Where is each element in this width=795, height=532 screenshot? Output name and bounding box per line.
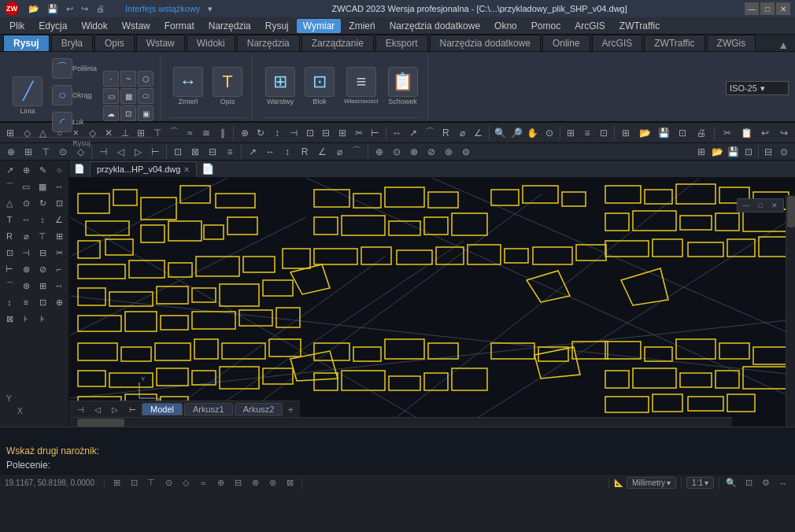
tb-dimaligned[interactable]: ↗ — [406, 125, 421, 141]
tb2-a6[interactable]: ⌀ — [331, 144, 347, 160]
tb-right-2[interactable]: 📂 — [637, 125, 653, 141]
menu-plik[interactable]: Plik — [3, 19, 31, 33]
tb2-a3[interactable]: ↕ — [279, 144, 295, 160]
menu-zmien[interactable]: Zmień — [342, 19, 381, 33]
tab-arcgis-r[interactable]: ArcGIS — [592, 35, 643, 51]
tab-zarzadzanie[interactable]: Zarządzanie — [301, 35, 374, 51]
tb2-osnap[interactable]: ◇ — [72, 144, 88, 160]
status-snap-icon[interactable]: ⊡ — [127, 476, 141, 490]
tb-pan[interactable]: ✋ — [526, 125, 541, 141]
ellipse-icon[interactable]: ⬭ — [138, 88, 153, 104]
tab-zwgis[interactable]: ZWGis — [707, 35, 756, 51]
tb-mirror[interactable]: ⊣ — [286, 125, 301, 141]
point-icon[interactable]: · — [103, 71, 119, 87]
tool-schowek[interactable]: 📋 Schowek — [385, 65, 421, 108]
region-icon[interactable]: ⊡ — [120, 105, 136, 121]
quick-access-redo[interactable]: ↪ — [80, 4, 90, 14]
tb-right-1[interactable]: ⊞ — [618, 125, 634, 141]
tb-snap-node[interactable]: × — [68, 125, 83, 141]
hatch-icon[interactable]: ▦ — [120, 88, 136, 104]
tool-wlasciwosci[interactable]: ≡ Właściwości — [341, 65, 382, 107]
status-expand-icon[interactable]: ↔ — [776, 476, 790, 490]
tb-snap-int[interactable]: ✕ — [101, 125, 116, 141]
tab-narzedzia-dod[interactable]: Narzędzia dodatkowe — [430, 35, 541, 51]
tool-extend2[interactable]: ⊢ — [2, 261, 17, 277]
tb-snap-perp[interactable]: ⊤ — [150, 125, 165, 141]
menu-edycja[interactable]: Edycja — [32, 19, 73, 33]
tb-dimrad[interactable]: R — [438, 125, 453, 141]
tool-prop2[interactable]: ≡ — [18, 294, 34, 310]
tb2-snap[interactable]: ⊕ — [3, 144, 19, 160]
tool-trim2[interactable]: ✂ — [51, 245, 67, 260]
status-lw-icon[interactable]: ⊟ — [231, 476, 245, 490]
tab-opis[interactable]: Opis — [94, 35, 135, 51]
tb-snap-ext[interactable]: ⊥ — [117, 125, 132, 141]
canvas-minimize[interactable]: — — [740, 200, 752, 211]
tab-arkusz2[interactable]: Arkusz2 — [235, 403, 283, 416]
tb2-polar[interactable]: ⊙ — [55, 144, 71, 160]
quick-access-print[interactable]: 🖨 — [94, 4, 106, 13]
interface-dropdown[interactable]: Interfejs wstążkowy — [124, 4, 202, 13]
tb2-view4[interactable]: ≡ — [222, 144, 238, 160]
maximize-button[interactable]: □ — [760, 2, 775, 15]
tb-dimdia[interactable]: ⌀ — [455, 125, 470, 141]
spline-icon[interactable]: ~ — [120, 71, 136, 87]
status-dwf-icon[interactable]: ⊠ — [283, 476, 297, 490]
tb-snap-app[interactable]: ≅ — [199, 125, 214, 141]
nav-prev-prev[interactable]: ⊣ — [72, 401, 88, 417]
menu-narzedzia-dod[interactable]: Narzędzia dodatkowe — [383, 19, 486, 33]
status-ortho-icon[interactable]: ⊤ — [144, 476, 158, 490]
tb2-right-5[interactable]: ⊟ — [760, 144, 776, 160]
menu-pomoc[interactable]: Pomoc — [525, 19, 567, 33]
tool-move2[interactable]: ↔ — [51, 179, 67, 194]
tab-bryla[interactable]: Bryła — [51, 35, 93, 51]
tool-mleader[interactable]: ⊦ — [18, 311, 34, 327]
tb2-view3[interactable]: ⊟ — [205, 144, 220, 160]
cloud-icon[interactable]: ☁ — [103, 105, 119, 121]
interface-chevron[interactable]: ▾ — [206, 4, 214, 14]
tb-snap-tan[interactable]: ⌒ — [166, 125, 181, 141]
status-settings-icon[interactable]: ⚙ — [759, 476, 773, 490]
nav-next-next[interactable]: ⊢ — [124, 401, 140, 417]
tool-circle[interactable]: ○ — [51, 162, 67, 178]
tb-rotate[interactable]: ↻ — [253, 125, 268, 141]
menu-rysuj[interactable]: Rysuj — [259, 19, 295, 33]
tb2-a4[interactable]: R — [297, 144, 312, 160]
tool-stretch[interactable]: ↔ — [51, 278, 67, 294]
tb2-right-6[interactable]: ⊙ — [776, 144, 792, 160]
tool-tri[interactable]: △ — [2, 195, 17, 211]
tb-right-9[interactable]: ↪ — [776, 125, 792, 141]
tb2-grid[interactable]: ⊞ — [20, 144, 36, 160]
horizontal-scrollbar[interactable] — [69, 417, 732, 427]
status-sc-icon[interactable]: ⊛ — [265, 476, 279, 490]
tab-zwtraffic-r[interactable]: ZWTraffic — [644, 35, 704, 51]
tb2-a5[interactable]: ∠ — [314, 144, 330, 160]
quick-access-open[interactable]: 📂 — [27, 4, 41, 14]
tb-right-8[interactable]: ↩ — [757, 125, 773, 141]
tb2-right-3[interactable]: 💾 — [725, 144, 741, 160]
tab-arkusz1[interactable]: Arkusz1 — [184, 403, 233, 416]
command-input[interactable] — [54, 460, 789, 471]
menu-widok[interactable]: Widok — [75, 19, 113, 33]
hscroll-thumb[interactable] — [77, 419, 124, 427]
tb-right-3[interactable]: 💾 — [656, 125, 671, 141]
tool-fillet[interactable]: ⌒ — [2, 278, 17, 294]
tb2-b3[interactable]: ⊗ — [406, 144, 422, 160]
tool-chamfer[interactable]: ⌐ — [51, 261, 67, 277]
tool-dim5[interactable]: ⌀ — [18, 228, 34, 244]
tb-snap-near[interactable]: ≈ — [183, 125, 198, 141]
nav-prev[interactable]: ◁ — [90, 401, 105, 417]
menu-wymiar[interactable]: Wymiar — [297, 19, 342, 33]
tool-hatch2[interactable]: ▦ — [35, 179, 50, 194]
status-grid-icon[interactable]: ⊞ — [109, 476, 124, 490]
tb-trim[interactable]: ✂ — [351, 125, 366, 141]
tool-blok[interactable]: ⊡ Blok — [301, 65, 338, 108]
tb2-a2[interactable]: ↔ — [262, 144, 278, 160]
tb2-right-4[interactable]: ⊡ — [741, 144, 756, 160]
tb2-nav4[interactable]: ⊢ — [147, 144, 163, 160]
tb-snap-center[interactable]: ○ — [52, 125, 67, 141]
wipeout-icon[interactable]: ▣ — [138, 105, 153, 121]
nav-next[interactable]: ▷ — [107, 401, 123, 417]
tb2-nav3[interactable]: ▷ — [130, 144, 146, 160]
tb-right-6[interactable]: ✂ — [719, 125, 735, 141]
